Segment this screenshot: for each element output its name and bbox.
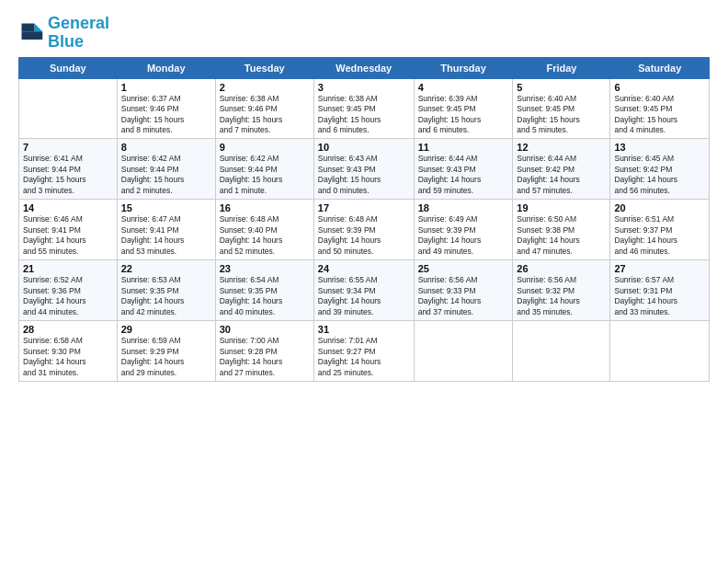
page: General Blue SundayMondayTuesdayWednesda…: [0, 0, 728, 563]
calendar-cell: 18Sunrise: 6:49 AM Sunset: 9:39 PM Dayli…: [414, 200, 513, 260]
calendar-cell: [414, 321, 513, 382]
cell-info: Sunrise: 6:56 AM Sunset: 9:32 PM Dayligh…: [517, 275, 606, 317]
day-number: 19: [517, 202, 606, 213]
header-day: Saturday: [610, 57, 710, 78]
cell-info: Sunrise: 6:57 AM Sunset: 9:31 PM Dayligh…: [614, 275, 705, 317]
day-number: 10: [318, 142, 410, 153]
svg-rect-1: [22, 23, 35, 31]
cell-info: Sunrise: 6:49 AM Sunset: 9:39 PM Dayligh…: [418, 214, 509, 257]
calendar-cell: [513, 321, 610, 382]
cell-info: Sunrise: 6:48 AM Sunset: 9:39 PM Dayligh…: [318, 214, 410, 257]
svg-rect-2: [22, 31, 43, 40]
cell-info: Sunrise: 6:47 AM Sunset: 9:41 PM Dayligh…: [121, 214, 211, 257]
cell-info: Sunrise: 6:38 AM Sunset: 9:45 PM Dayligh…: [318, 94, 410, 136]
day-number: 2: [220, 82, 310, 93]
calendar-cell: 20Sunrise: 6:51 AM Sunset: 9:37 PM Dayli…: [610, 200, 710, 260]
day-number: 14: [23, 202, 113, 213]
cell-info: Sunrise: 6:41 AM Sunset: 9:44 PM Dayligh…: [23, 154, 113, 196]
cell-info: Sunrise: 6:48 AM Sunset: 9:40 PM Dayligh…: [220, 214, 310, 257]
cell-info: Sunrise: 6:39 AM Sunset: 9:45 PM Dayligh…: [418, 94, 509, 136]
day-number: 4: [418, 82, 509, 93]
day-number: 29: [121, 324, 211, 335]
cell-info: Sunrise: 6:40 AM Sunset: 9:45 PM Dayligh…: [614, 94, 705, 136]
cell-info: Sunrise: 6:45 AM Sunset: 9:42 PM Dayligh…: [614, 154, 705, 196]
calendar-cell: 8Sunrise: 6:42 AM Sunset: 9:44 PM Daylig…: [117, 139, 215, 200]
day-number: 16: [220, 202, 310, 213]
day-number: 22: [121, 263, 211, 274]
calendar-cell: 12Sunrise: 6:44 AM Sunset: 9:42 PM Dayli…: [513, 139, 610, 200]
cell-info: Sunrise: 6:42 AM Sunset: 9:44 PM Dayligh…: [121, 154, 211, 196]
day-number: 17: [318, 202, 410, 213]
cell-info: Sunrise: 6:53 AM Sunset: 9:35 PM Dayligh…: [121, 275, 211, 317]
svg-marker-0: [35, 23, 43, 31]
calendar-cell: 13Sunrise: 6:45 AM Sunset: 9:42 PM Dayli…: [610, 139, 710, 200]
header-day: Wednesday: [313, 57, 414, 78]
header-day: Thursday: [414, 57, 513, 78]
header-day: Monday: [117, 57, 215, 78]
day-number: 6: [614, 82, 705, 93]
cell-info: Sunrise: 6:50 AM Sunset: 9:38 PM Dayligh…: [517, 214, 606, 257]
day-number: 13: [614, 142, 705, 153]
cell-info: Sunrise: 6:38 AM Sunset: 9:46 PM Dayligh…: [220, 94, 310, 136]
calendar-cell: 28Sunrise: 6:58 AM Sunset: 9:30 PM Dayli…: [19, 321, 118, 382]
day-number: 21: [23, 263, 113, 274]
day-number: 28: [23, 324, 113, 335]
day-number: 12: [517, 142, 606, 153]
day-number: 20: [614, 202, 705, 213]
day-number: 18: [418, 202, 509, 213]
calendar-cell: 17Sunrise: 6:48 AM Sunset: 9:39 PM Dayli…: [313, 200, 414, 260]
calendar-cell: 25Sunrise: 6:56 AM Sunset: 9:33 PM Dayli…: [414, 260, 513, 321]
cell-info: Sunrise: 6:40 AM Sunset: 9:45 PM Dayligh…: [517, 94, 606, 136]
calendar-cell: 4Sunrise: 6:39 AM Sunset: 9:45 PM Daylig…: [414, 78, 513, 139]
cell-info: Sunrise: 6:37 AM Sunset: 9:46 PM Dayligh…: [121, 94, 211, 136]
calendar-cell: [610, 321, 710, 382]
calendar-header: SundayMondayTuesdayWednesdayThursdayFrid…: [19, 57, 710, 78]
calendar-cell: 15Sunrise: 6:47 AM Sunset: 9:41 PM Dayli…: [117, 200, 215, 260]
day-number: 15: [121, 202, 211, 213]
day-number: 8: [121, 142, 211, 153]
calendar-cell: 23Sunrise: 6:54 AM Sunset: 9:35 PM Dayli…: [215, 260, 313, 321]
calendar-cell: 31Sunrise: 7:01 AM Sunset: 9:27 PM Dayli…: [313, 321, 414, 382]
header-day: Tuesday: [215, 57, 313, 78]
cell-info: Sunrise: 6:46 AM Sunset: 9:41 PM Dayligh…: [23, 214, 113, 257]
cell-info: Sunrise: 6:56 AM Sunset: 9:33 PM Dayligh…: [418, 275, 509, 317]
calendar-week-row: 7Sunrise: 6:41 AM Sunset: 9:44 PM Daylig…: [19, 139, 710, 200]
day-number: 11: [418, 142, 509, 153]
header: General Blue: [18, 15, 710, 52]
cell-info: Sunrise: 6:54 AM Sunset: 9:35 PM Dayligh…: [220, 275, 310, 317]
calendar-cell: 26Sunrise: 6:56 AM Sunset: 9:32 PM Dayli…: [513, 260, 610, 321]
cell-info: Sunrise: 6:43 AM Sunset: 9:43 PM Dayligh…: [318, 154, 410, 196]
header-row: SundayMondayTuesdayWednesdayThursdayFrid…: [19, 57, 710, 78]
calendar-cell: 22Sunrise: 6:53 AM Sunset: 9:35 PM Dayli…: [117, 260, 215, 321]
day-number: 3: [318, 82, 410, 93]
cell-info: Sunrise: 7:00 AM Sunset: 9:28 PM Dayligh…: [220, 336, 310, 378]
day-number: 31: [318, 324, 410, 335]
day-number: 1: [121, 82, 211, 93]
day-number: 30: [220, 324, 310, 335]
day-number: 26: [517, 263, 606, 274]
cell-info: Sunrise: 6:51 AM Sunset: 9:37 PM Dayligh…: [614, 214, 705, 257]
calendar-week-row: 14Sunrise: 6:46 AM Sunset: 9:41 PM Dayli…: [19, 200, 710, 260]
calendar-cell: 1Sunrise: 6:37 AM Sunset: 9:46 PM Daylig…: [117, 78, 215, 139]
calendar-cell: 7Sunrise: 6:41 AM Sunset: 9:44 PM Daylig…: [19, 139, 118, 200]
cell-info: Sunrise: 6:55 AM Sunset: 9:34 PM Dayligh…: [318, 275, 410, 317]
calendar-cell: 19Sunrise: 6:50 AM Sunset: 9:38 PM Dayli…: [513, 200, 610, 260]
calendar-cell: [19, 78, 118, 139]
calendar-cell: 5Sunrise: 6:40 AM Sunset: 9:45 PM Daylig…: [513, 78, 610, 139]
calendar-cell: 6Sunrise: 6:40 AM Sunset: 9:45 PM Daylig…: [610, 78, 710, 139]
calendar-cell: 21Sunrise: 6:52 AM Sunset: 9:36 PM Dayli…: [19, 260, 118, 321]
calendar-cell: 10Sunrise: 6:43 AM Sunset: 9:43 PM Dayli…: [313, 139, 414, 200]
day-number: 5: [517, 82, 606, 93]
day-number: 7: [23, 142, 113, 153]
calendar-body: 1Sunrise: 6:37 AM Sunset: 9:46 PM Daylig…: [19, 78, 710, 381]
calendar-cell: 27Sunrise: 6:57 AM Sunset: 9:31 PM Dayli…: [610, 260, 710, 321]
calendar-cell: 3Sunrise: 6:38 AM Sunset: 9:45 PM Daylig…: [313, 78, 414, 139]
logo-icon: [18, 20, 44, 46]
day-number: 25: [418, 263, 509, 274]
cell-info: Sunrise: 7:01 AM Sunset: 9:27 PM Dayligh…: [318, 336, 410, 378]
cell-info: Sunrise: 6:44 AM Sunset: 9:43 PM Dayligh…: [418, 154, 509, 196]
calendar-cell: 30Sunrise: 7:00 AM Sunset: 9:28 PM Dayli…: [215, 321, 313, 382]
calendar-cell: 29Sunrise: 6:59 AM Sunset: 9:29 PM Dayli…: [117, 321, 215, 382]
header-day: Sunday: [19, 57, 118, 78]
cell-info: Sunrise: 6:58 AM Sunset: 9:30 PM Dayligh…: [23, 336, 113, 378]
